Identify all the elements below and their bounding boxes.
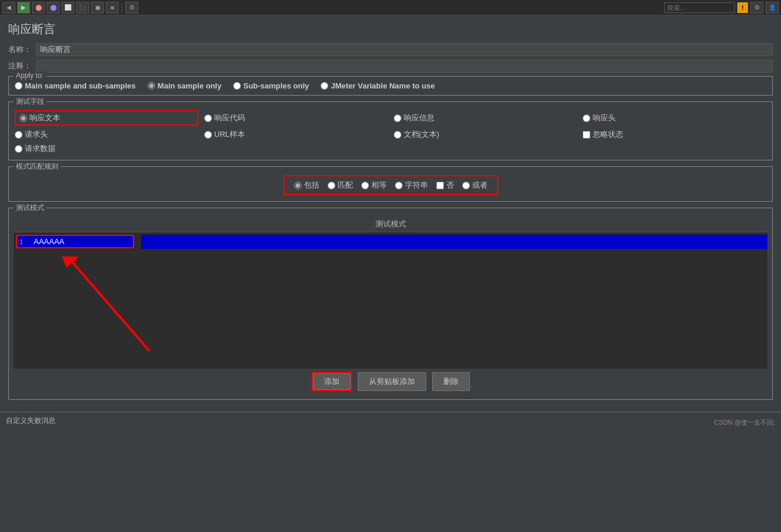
add-button[interactable]: 添加 bbox=[313, 373, 351, 390]
pattern-not[interactable]: 否 bbox=[436, 180, 454, 191]
note-row: 注释： bbox=[8, 60, 773, 73]
toolbar-search[interactable] bbox=[664, 2, 735, 13]
page-title: 响应断言 bbox=[8, 21, 773, 37]
toolbar-btn-5[interactable]: ⬛ bbox=[76, 2, 89, 14]
field-resp-msg[interactable]: 响应信息 bbox=[394, 110, 577, 126]
apply-sub-only-label: Sub-samples only bbox=[243, 81, 309, 90]
field-resp-text-label: 响应文本 bbox=[30, 113, 60, 123]
delete-button[interactable]: 删除 bbox=[432, 372, 470, 391]
toolbar-settings-btn[interactable]: ⚙ bbox=[750, 2, 763, 14]
apply-to-group: Main sample and sub-samples Main sample … bbox=[9, 77, 772, 95]
field-resp-head[interactable]: 响应头 bbox=[583, 110, 766, 126]
test-mode-header: 测试模式 bbox=[14, 216, 767, 232]
selected-row-box: 1 AAAAAA bbox=[16, 235, 134, 248]
apply-main-only-label: Main sample only bbox=[158, 81, 221, 90]
pattern-match[interactable]: 匹配 bbox=[328, 180, 353, 191]
toolbar-sep bbox=[122, 3, 122, 12]
toolbar-btn-6[interactable]: ▣ bbox=[91, 2, 104, 14]
note-input[interactable] bbox=[36, 60, 773, 73]
row-value: AAAAAA bbox=[34, 237, 64, 246]
toolbar-btn-3[interactable]: ⬤ bbox=[47, 2, 60, 14]
field-doc-text[interactable]: 文档(文本) bbox=[394, 129, 577, 140]
toolbar: ◀ ▶ ⬤ ⬤ ⬜ ⬛ ▣ ■ ⚙ ! ⚙ 👤 bbox=[0, 0, 781, 15]
toolbar-btn-7[interactable]: ■ bbox=[106, 2, 119, 14]
pattern-equals[interactable]: 相等 bbox=[361, 180, 387, 191]
alert-icon: ! bbox=[737, 2, 748, 13]
toolbar-btn-back[interactable]: ◀ bbox=[2, 2, 15, 14]
toolbar-btn-8[interactable]: ⚙ bbox=[125, 2, 138, 14]
bottom-label: 自定义失败消息 bbox=[6, 416, 55, 426]
test-field-grid: 响应文本 响应代码 响应信息 响应头 请求头 URL样本 bbox=[9, 102, 772, 160]
add-button-box: 添加 bbox=[312, 372, 352, 391]
add-clipboard-button[interactable]: 从剪贴板添加 bbox=[358, 372, 426, 391]
toolbar-btn-2[interactable]: ⬤ bbox=[32, 2, 45, 14]
field-resp-head-label: 响应头 bbox=[593, 113, 616, 123]
test-mode-table-container: 测试模式 1 AAAAAA bbox=[14, 216, 767, 369]
test-mode-content: 测试模式 1 AAAAAA bbox=[9, 208, 772, 399]
apply-main-sub[interactable]: Main sample and sub-samples bbox=[15, 81, 136, 90]
apply-jmeter-var-label: JMeter Variable Name to use bbox=[331, 81, 434, 90]
field-req-data[interactable]: 请求数据 bbox=[15, 143, 198, 154]
pattern-or-label: 或者 bbox=[472, 180, 488, 191]
field-req-head-label: 请求头 bbox=[25, 129, 48, 140]
field-resp-code[interactable]: 响应代码 bbox=[204, 110, 388, 126]
field-url-sample[interactable]: URL样本 bbox=[204, 129, 388, 140]
pattern-legend: 模式匹配规则 bbox=[14, 162, 61, 172]
pattern-string-label: 字符串 bbox=[405, 180, 428, 191]
test-mode-selected-row[interactable]: 1 AAAAAA bbox=[17, 236, 133, 247]
apply-to-section: Apply to: Main sample and sub-samples Ma… bbox=[8, 76, 773, 96]
field-req-data-label: 请求数据 bbox=[25, 143, 55, 154]
pattern-section: 模式匹配规则 包括 匹配 相等 字符串 bbox=[8, 166, 773, 202]
field-ignore-status-label: 忽略状态 bbox=[593, 129, 623, 140]
name-row: 名称： bbox=[8, 43, 773, 56]
toolbar-btn-1[interactable]: ▶ bbox=[17, 2, 30, 14]
apply-to-legend: Apply to: bbox=[14, 71, 46, 80]
test-mode-legend: 测试模式 bbox=[14, 203, 47, 213]
button-row: 添加 从剪贴板添加 删除 bbox=[14, 369, 767, 395]
pattern-not-label: 否 bbox=[446, 180, 454, 191]
pattern-include-label: 包括 bbox=[304, 180, 319, 191]
test-mode-section: 测试模式 测试模式 1 AAAAAA bbox=[8, 208, 773, 400]
field-req-head[interactable]: 请求头 bbox=[15, 129, 198, 140]
name-input[interactable] bbox=[36, 43, 773, 56]
test-field-section: 测试字段 响应文本 响应代码 响应信息 响应头 请求头 bbox=[8, 101, 773, 160]
note-label: 注释： bbox=[8, 61, 31, 71]
main-content: 响应断言 名称： 注释： Apply to: Main sample and s… bbox=[0, 15, 781, 412]
apply-main-only[interactable]: Main sample only bbox=[148, 81, 221, 90]
pattern-radios: 包括 匹配 相等 字符串 否 bbox=[283, 175, 498, 195]
apply-sub-only[interactable]: Sub-samples only bbox=[233, 81, 309, 90]
field-resp-msg-label: 响应信息 bbox=[404, 113, 434, 123]
name-label: 名称： bbox=[8, 44, 31, 55]
watermark: CSDN @便一去不回; bbox=[714, 418, 775, 427]
row-number: 1 bbox=[19, 238, 29, 245]
test-mode-row-area: 1 AAAAAA bbox=[14, 232, 767, 251]
field-url-sample-label: URL样本 bbox=[214, 129, 245, 140]
row-highlight-extend bbox=[141, 235, 767, 249]
pattern-string[interactable]: 字符串 bbox=[395, 180, 428, 191]
test-mode-empty bbox=[14, 251, 767, 369]
svg-line-1 bbox=[73, 262, 149, 351]
pattern-content: 包括 匹配 相等 字符串 否 bbox=[9, 167, 772, 201]
arrow-indicator bbox=[49, 257, 167, 363]
field-resp-code-label: 响应代码 bbox=[214, 113, 245, 123]
bottom-bar: 自定义失败消息 CSDN @便一去不回; bbox=[0, 412, 781, 429]
pattern-match-label: 匹配 bbox=[338, 180, 353, 191]
toolbar-btn-4[interactable]: ⬜ bbox=[61, 2, 74, 14]
pattern-or[interactable]: 或者 bbox=[462, 180, 488, 191]
apply-main-sub-label: Main sample and sub-samples bbox=[25, 81, 136, 90]
toolbar-user-btn[interactable]: 👤 bbox=[766, 2, 779, 14]
pattern-equals-label: 相等 bbox=[371, 180, 387, 191]
pattern-include[interactable]: 包括 bbox=[294, 180, 319, 191]
test-field-legend: 测试字段 bbox=[14, 97, 47, 107]
field-ignore-status[interactable]: 忽略状态 bbox=[583, 129, 766, 140]
apply-jmeter-var[interactable]: JMeter Variable Name to use bbox=[321, 81, 434, 90]
field-doc-text-label: 文档(文本) bbox=[404, 129, 440, 140]
field-resp-text[interactable]: 响应文本 bbox=[15, 110, 198, 126]
